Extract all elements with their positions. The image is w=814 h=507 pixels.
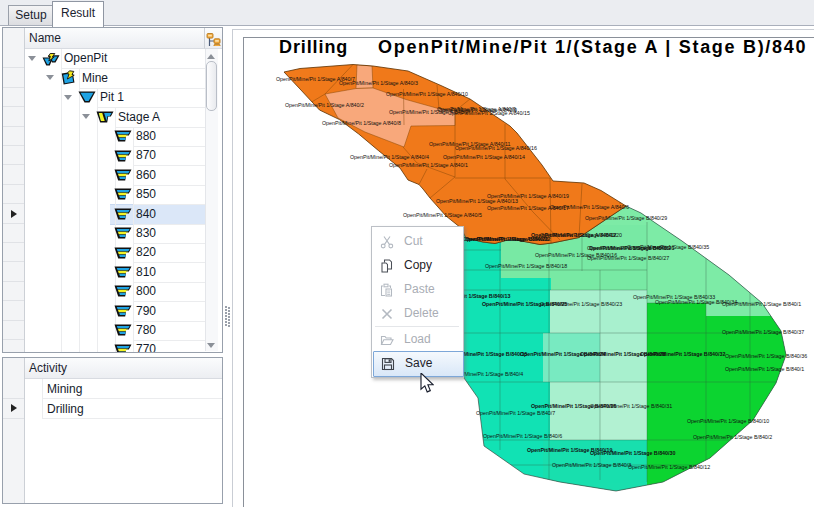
svg-text:OpenPit/Mine/Pit 1/Stage B/840: OpenPit/Mine/Pit 1/Stage B/840/7 [476, 410, 555, 416]
svg-text:OpenPit/Mine/Pit 1/Stage A/840: OpenPit/Mine/Pit 1/Stage A/840/10 [386, 91, 468, 97]
svg-text:OpenPit/Mine/Pit 1/Stage A/840: OpenPit/Mine/Pit 1/Stage A/840/6 [550, 204, 629, 210]
svg-text:OpenPit/Mine/Pit 1/Stage B/840: OpenPit/Mine/Pit 1/Stage B/840/16 [535, 252, 617, 258]
svg-text:OpenPit/Mine/Pit 1/Stage B/840: OpenPit/Mine/Pit 1/Stage B/840/29 [585, 215, 667, 221]
svg-text:OpenPit/Mine/Pit 1/Stage B/840: OpenPit/Mine/Pit 1/Stage B/840/31 [590, 403, 672, 409]
svg-text:OpenPit/Mine/Pit 1/Stage B/840: OpenPit/Mine/Pit 1/Stage B/840/1 [722, 301, 801, 307]
svg-text:OpenPit/Mine/Pit 1/Stage A/840: OpenPit/Mine/Pit 1/Stage A/840/15 [448, 110, 530, 116]
svg-text:OpenPit/Mine/Pit 1/Stage A/840: OpenPit/Mine/Pit 1/Stage A/840/13 [436, 198, 518, 204]
svg-text:OpenPit/Mine/Pit 1/Stage B/840: OpenPit/Mine/Pit 1/Stage B/840/10 [687, 418, 769, 424]
svg-text:OpenPit/Mine/Pit 1/Stage A/840: OpenPit/Mine/Pit 1/Stage A/840/14 [443, 154, 525, 160]
svg-text:OpenPit/Mine/Pit 1/Stage A/840: OpenPit/Mine/Pit 1/Stage A/840/5 [403, 212, 482, 218]
svg-text:OpenPit/Mine/Pit 1/Stage B/840: OpenPit/Mine/Pit 1/Stage B/840/37 [722, 329, 804, 335]
svg-text:OpenPit/Mine/Pit 1/Stage A/840: OpenPit/Mine/Pit 1/Stage A/840/8 [322, 120, 401, 126]
svg-text:OpenPit/Mine/Pit 1/Stage B/840: OpenPit/Mine/Pit 1/Stage B/840/18 [485, 263, 567, 269]
svg-text:OpenPit/Mine/Pit 1/Stage B/840: OpenPit/Mine/Pit 1/Stage B/840/12 [628, 464, 710, 470]
svg-text:OpenPit/Mine/Pit 1/Stage A/840: OpenPit/Mine/Pit 1/Stage A/840/20 [540, 232, 622, 238]
svg-text:OpenPit/Mine/Pit 1/Stage B/840: OpenPit/Mine/Pit 1/Stage B/840/23 [540, 301, 622, 307]
svg-text:OpenPit/Mine/Pit 1/Stage A/840: OpenPit/Mine/Pit 1/Stage A/840/2 [285, 102, 364, 108]
svg-text:OpenPit/Mine/Pit 1/Stage B/840: OpenPit/Mine/Pit 1/Stage B/840/32 [640, 351, 725, 357]
svg-text:OpenPit/Mine/Pit 1/Stage B/840: OpenPit/Mine/Pit 1/Stage B/840/6 [483, 433, 562, 439]
svg-text:OpenPit/Mine/Pit 1/Stage B/840: OpenPit/Mine/Pit 1/Stage B/840/30 [590, 450, 675, 456]
svg-text:OpenPit/Mine/Pit 1/Stage B/840: OpenPit/Mine/Pit 1/Stage B/840/21 [589, 245, 674, 251]
svg-text:OpenPit/Mine/Pit 1/Stage B/840: OpenPit/Mine/Pit 1/Stage B/840/2 [693, 434, 772, 440]
svg-text:OpenPit/Mine/Pit 1/Stage A/840: OpenPit/Mine/Pit 1/Stage A/840/16 [455, 145, 537, 151]
svg-text:OpenPit/Mine/Pit 1/Stage B/840: OpenPit/Mine/Pit 1/Stage B/840/22 [465, 236, 550, 242]
svg-text:OpenPit/Mine/Pit 1/Stage A/840: OpenPit/Mine/Pit 1/Stage A/840/1 [389, 162, 468, 168]
svg-text:OpenPit/Mine/Pit 1/Stage A/840: OpenPit/Mine/Pit 1/Stage A/840/3 [339, 80, 418, 86]
svg-text:OpenPit/Mine/Pit 1/Stage B/840: OpenPit/Mine/Pit 1/Stage B/840/36 [725, 353, 807, 359]
svg-text:OpenPit/Mine/Pit 1/Stage B/840: OpenPit/Mine/Pit 1/Stage B/840/1 [725, 366, 804, 372]
svg-text:OpenPit/Mine/Pit 1/Stage B/840: OpenPit/Mine/Pit 1/Stage B/840/3 [552, 462, 631, 468]
svg-text:OpenPit/Mine/Pit 1/Stage A/840: OpenPit/Mine/Pit 1/Stage A/840/4 [350, 154, 429, 160]
